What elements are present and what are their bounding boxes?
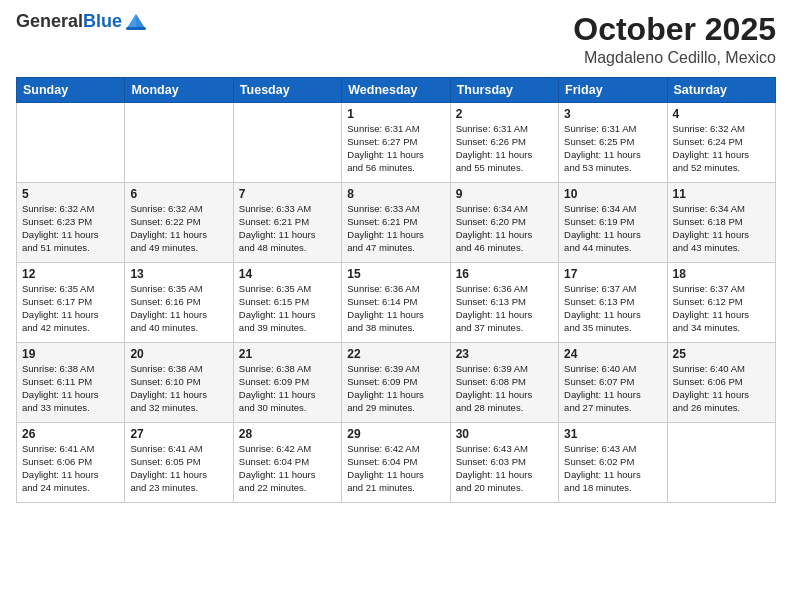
calendar-day-cell: 23Sunrise: 6:39 AM Sunset: 6:08 PM Dayli…	[450, 343, 558, 423]
day-number: 22	[347, 347, 444, 361]
calendar-day-cell: 20Sunrise: 6:38 AM Sunset: 6:10 PM Dayli…	[125, 343, 233, 423]
day-number: 7	[239, 187, 336, 201]
logo: GeneralBlue	[16, 12, 147, 32]
day-info: Sunrise: 6:35 AM Sunset: 6:17 PM Dayligh…	[22, 283, 119, 334]
calendar-day-cell: 19Sunrise: 6:38 AM Sunset: 6:11 PM Dayli…	[17, 343, 125, 423]
day-info: Sunrise: 6:37 AM Sunset: 6:13 PM Dayligh…	[564, 283, 661, 334]
calendar-day-cell: 29Sunrise: 6:42 AM Sunset: 6:04 PM Dayli…	[342, 423, 450, 503]
day-info: Sunrise: 6:38 AM Sunset: 6:09 PM Dayligh…	[239, 363, 336, 414]
day-info: Sunrise: 6:31 AM Sunset: 6:25 PM Dayligh…	[564, 123, 661, 174]
day-info: Sunrise: 6:41 AM Sunset: 6:05 PM Dayligh…	[130, 443, 227, 494]
day-info: Sunrise: 6:35 AM Sunset: 6:16 PM Dayligh…	[130, 283, 227, 334]
svg-rect-2	[126, 27, 146, 30]
day-number: 29	[347, 427, 444, 441]
day-info: Sunrise: 6:34 AM Sunset: 6:20 PM Dayligh…	[456, 203, 553, 254]
calendar-week-row: 19Sunrise: 6:38 AM Sunset: 6:11 PM Dayli…	[17, 343, 776, 423]
calendar-header-row: SundayMondayTuesdayWednesdayThursdayFrid…	[17, 78, 776, 103]
day-number: 25	[673, 347, 770, 361]
day-info: Sunrise: 6:43 AM Sunset: 6:03 PM Dayligh…	[456, 443, 553, 494]
calendar-day-cell: 8Sunrise: 6:33 AM Sunset: 6:21 PM Daylig…	[342, 183, 450, 263]
day-number: 10	[564, 187, 661, 201]
day-info: Sunrise: 6:34 AM Sunset: 6:19 PM Dayligh…	[564, 203, 661, 254]
day-info: Sunrise: 6:34 AM Sunset: 6:18 PM Dayligh…	[673, 203, 770, 254]
calendar-day-cell: 7Sunrise: 6:33 AM Sunset: 6:21 PM Daylig…	[233, 183, 341, 263]
logo-general: GeneralBlue	[16, 12, 122, 32]
logo-icon	[125, 12, 147, 30]
day-number: 6	[130, 187, 227, 201]
day-number: 24	[564, 347, 661, 361]
day-info: Sunrise: 6:33 AM Sunset: 6:21 PM Dayligh…	[347, 203, 444, 254]
calendar-day-cell: 31Sunrise: 6:43 AM Sunset: 6:02 PM Dayli…	[559, 423, 667, 503]
calendar-day-cell: 11Sunrise: 6:34 AM Sunset: 6:18 PM Dayli…	[667, 183, 775, 263]
calendar-day-cell: 26Sunrise: 6:41 AM Sunset: 6:06 PM Dayli…	[17, 423, 125, 503]
day-number: 2	[456, 107, 553, 121]
calendar-day-cell	[125, 103, 233, 183]
day-number: 16	[456, 267, 553, 281]
day-number: 28	[239, 427, 336, 441]
day-number: 15	[347, 267, 444, 281]
day-info: Sunrise: 6:32 AM Sunset: 6:22 PM Dayligh…	[130, 203, 227, 254]
day-number: 8	[347, 187, 444, 201]
day-number: 4	[673, 107, 770, 121]
calendar-day-cell: 12Sunrise: 6:35 AM Sunset: 6:17 PM Dayli…	[17, 263, 125, 343]
day-number: 19	[22, 347, 119, 361]
day-number: 31	[564, 427, 661, 441]
location-title: Magdaleno Cedillo, Mexico	[573, 49, 776, 67]
day-of-week-header: Sunday	[17, 78, 125, 103]
day-of-week-header: Monday	[125, 78, 233, 103]
svg-marker-1	[127, 14, 136, 28]
day-info: Sunrise: 6:37 AM Sunset: 6:12 PM Dayligh…	[673, 283, 770, 334]
day-info: Sunrise: 6:40 AM Sunset: 6:07 PM Dayligh…	[564, 363, 661, 414]
title-block: October 2025 Magdaleno Cedillo, Mexico	[573, 12, 776, 67]
calendar-day-cell	[17, 103, 125, 183]
day-info: Sunrise: 6:40 AM Sunset: 6:06 PM Dayligh…	[673, 363, 770, 414]
calendar-day-cell: 5Sunrise: 6:32 AM Sunset: 6:23 PM Daylig…	[17, 183, 125, 263]
calendar-table: SundayMondayTuesdayWednesdayThursdayFrid…	[16, 77, 776, 503]
calendar-day-cell: 16Sunrise: 6:36 AM Sunset: 6:13 PM Dayli…	[450, 263, 558, 343]
day-number: 27	[130, 427, 227, 441]
day-info: Sunrise: 6:38 AM Sunset: 6:10 PM Dayligh…	[130, 363, 227, 414]
day-number: 12	[22, 267, 119, 281]
day-info: Sunrise: 6:41 AM Sunset: 6:06 PM Dayligh…	[22, 443, 119, 494]
calendar-day-cell: 1Sunrise: 6:31 AM Sunset: 6:27 PM Daylig…	[342, 103, 450, 183]
day-info: Sunrise: 6:32 AM Sunset: 6:23 PM Dayligh…	[22, 203, 119, 254]
calendar-day-cell: 4Sunrise: 6:32 AM Sunset: 6:24 PM Daylig…	[667, 103, 775, 183]
day-info: Sunrise: 6:31 AM Sunset: 6:26 PM Dayligh…	[456, 123, 553, 174]
day-number: 5	[22, 187, 119, 201]
day-number: 23	[456, 347, 553, 361]
calendar-day-cell: 14Sunrise: 6:35 AM Sunset: 6:15 PM Dayli…	[233, 263, 341, 343]
day-number: 13	[130, 267, 227, 281]
day-number: 30	[456, 427, 553, 441]
calendar-week-row: 1Sunrise: 6:31 AM Sunset: 6:27 PM Daylig…	[17, 103, 776, 183]
day-of-week-header: Saturday	[667, 78, 775, 103]
calendar-day-cell: 15Sunrise: 6:36 AM Sunset: 6:14 PM Dayli…	[342, 263, 450, 343]
day-number: 9	[456, 187, 553, 201]
day-info: Sunrise: 6:42 AM Sunset: 6:04 PM Dayligh…	[239, 443, 336, 494]
calendar-week-row: 26Sunrise: 6:41 AM Sunset: 6:06 PM Dayli…	[17, 423, 776, 503]
calendar-day-cell	[667, 423, 775, 503]
day-info: Sunrise: 6:42 AM Sunset: 6:04 PM Dayligh…	[347, 443, 444, 494]
day-info: Sunrise: 6:39 AM Sunset: 6:08 PM Dayligh…	[456, 363, 553, 414]
month-title: October 2025	[573, 12, 776, 47]
day-of-week-header: Wednesday	[342, 78, 450, 103]
day-number: 17	[564, 267, 661, 281]
day-number: 11	[673, 187, 770, 201]
calendar-day-cell: 22Sunrise: 6:39 AM Sunset: 6:09 PM Dayli…	[342, 343, 450, 423]
calendar-day-cell: 30Sunrise: 6:43 AM Sunset: 6:03 PM Dayli…	[450, 423, 558, 503]
calendar-day-cell: 25Sunrise: 6:40 AM Sunset: 6:06 PM Dayli…	[667, 343, 775, 423]
calendar-day-cell: 6Sunrise: 6:32 AM Sunset: 6:22 PM Daylig…	[125, 183, 233, 263]
calendar-day-cell: 13Sunrise: 6:35 AM Sunset: 6:16 PM Dayli…	[125, 263, 233, 343]
day-number: 21	[239, 347, 336, 361]
day-info: Sunrise: 6:31 AM Sunset: 6:27 PM Dayligh…	[347, 123, 444, 174]
day-info: Sunrise: 6:35 AM Sunset: 6:15 PM Dayligh…	[239, 283, 336, 334]
calendar-body: 1Sunrise: 6:31 AM Sunset: 6:27 PM Daylig…	[17, 103, 776, 503]
day-info: Sunrise: 6:36 AM Sunset: 6:13 PM Dayligh…	[456, 283, 553, 334]
day-info: Sunrise: 6:43 AM Sunset: 6:02 PM Dayligh…	[564, 443, 661, 494]
calendar-day-cell: 3Sunrise: 6:31 AM Sunset: 6:25 PM Daylig…	[559, 103, 667, 183]
day-number: 1	[347, 107, 444, 121]
calendar-week-row: 5Sunrise: 6:32 AM Sunset: 6:23 PM Daylig…	[17, 183, 776, 263]
calendar-day-cell: 10Sunrise: 6:34 AM Sunset: 6:19 PM Dayli…	[559, 183, 667, 263]
day-info: Sunrise: 6:39 AM Sunset: 6:09 PM Dayligh…	[347, 363, 444, 414]
day-number: 20	[130, 347, 227, 361]
calendar-week-row: 12Sunrise: 6:35 AM Sunset: 6:17 PM Dayli…	[17, 263, 776, 343]
